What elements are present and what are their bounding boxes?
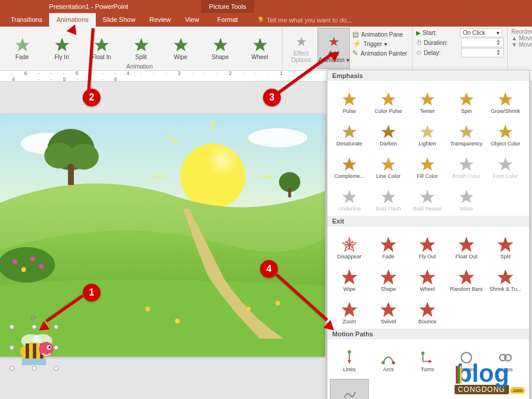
gallery-group-label: Animation <box>0 63 279 70</box>
emphasis-item[interactable]: Fill Color <box>408 148 447 181</box>
resize-handle[interactable] <box>32 325 37 329</box>
trigger-button[interactable]: ⚡Trigger ▾ <box>352 40 407 48</box>
svg-point-25 <box>21 267 26 272</box>
emphasis-item[interactable]: Spin <box>447 83 486 116</box>
emphasis-item[interactable]: Transparency <box>447 116 486 148</box>
resize-handle[interactable] <box>54 325 59 329</box>
svg-marker-3 <box>134 38 148 51</box>
emphasis-star-icon <box>458 156 475 173</box>
move-later: ▼ Move La <box>511 41 532 48</box>
emphasis-star-icon <box>497 91 514 108</box>
exit-item[interactable]: Wipe <box>330 261 369 294</box>
exit-item[interactable]: Split <box>486 229 525 261</box>
duration-icon: ⏱ <box>416 40 422 46</box>
svg-point-39 <box>48 346 51 349</box>
animation-pane-button[interactable]: ▤Animation Pane <box>352 30 407 38</box>
svg-marker-74 <box>342 303 356 316</box>
motion-path-icon <box>341 349 358 366</box>
start-dropdown[interactable]: On Click▾ <box>460 28 502 37</box>
selected-bee-image[interactable]: ⟳ <box>12 327 56 368</box>
svg-marker-1 <box>55 38 69 51</box>
exit-item[interactable]: Shape <box>369 261 408 294</box>
svg-point-78 <box>348 351 351 353</box>
motion-paths-header: Motion Paths <box>327 329 529 339</box>
duration-input[interactable]: ▲▼ <box>461 38 504 47</box>
title-bar: Presentation1 - PowerPoint <box>0 0 532 13</box>
emphasis-item: Bold Flash <box>369 181 408 213</box>
motion-path-icon <box>380 349 397 366</box>
motion-path-item[interactable]: Arcs <box>369 342 408 374</box>
exit-item[interactable]: Disappear <box>330 229 369 261</box>
exit-item[interactable]: Bounce <box>408 294 447 326</box>
exit-item[interactable]: Random Bars <box>447 261 486 294</box>
tab-transitions[interactable]: Transitions <box>4 13 49 27</box>
exit-item[interactable]: Wheel <box>408 261 447 294</box>
emphasis-item[interactable]: Color Pulse <box>369 83 408 116</box>
svg-rect-19 <box>68 164 74 185</box>
tab-format[interactable]: Format <box>201 13 254 27</box>
tab-slideshow[interactable]: Slide Show <box>96 13 142 27</box>
emphasis-item[interactable]: Object Color <box>486 116 525 148</box>
svg-marker-43 <box>420 92 434 106</box>
emphasis-item[interactable]: Pulse <box>330 83 369 116</box>
svg-marker-83 <box>429 359 432 364</box>
resize-handle[interactable] <box>54 345 59 350</box>
emphasis-item[interactable]: Darken <box>369 116 408 148</box>
emphasis-item: Wave <box>447 181 486 213</box>
emphasis-star-icon <box>341 91 358 108</box>
custom-path-item[interactable]: Custom Path <box>330 379 369 399</box>
resize-handle[interactable] <box>54 366 59 371</box>
timing-group: ▶Start:On Click▾ ⏱Duration:▲▼ ⏲Delay:▲▼ <box>413 27 508 70</box>
svg-marker-6 <box>253 38 267 51</box>
motion-path-item[interactable]: Turns <box>408 342 447 374</box>
play-icon: ▶ <box>416 30 421 36</box>
svg-marker-47 <box>381 125 395 138</box>
exit-item[interactable]: Swivel <box>369 294 408 326</box>
exit-item[interactable]: Float Out <box>447 229 486 261</box>
emphasis-item[interactable]: Desaturate <box>330 116 369 148</box>
emphasis-item[interactable]: Lighten <box>408 116 447 148</box>
callout-4: 4 <box>260 260 278 278</box>
motion-path-item[interactable]: Lines <box>330 342 369 374</box>
move-earlier: ▲ Move Ea <box>511 35 532 41</box>
emphasis-item[interactable]: Teeter <box>408 83 447 116</box>
exit-item[interactable]: Fly Out <box>408 229 447 261</box>
callout-1: 1 <box>83 284 100 301</box>
exit-item[interactable]: Zoom <box>330 294 369 326</box>
emphasis-item: Font Color <box>486 148 525 181</box>
exit-item[interactable]: Shrink & Tu... <box>486 261 525 294</box>
exit-item[interactable]: Fade <box>369 229 408 261</box>
svg-point-29 <box>246 307 251 312</box>
exit-star-icon <box>419 301 436 318</box>
exit-star-icon <box>497 236 514 253</box>
delay-input[interactable]: ▲▼ <box>461 48 504 57</box>
emphasis-item[interactable]: Line Color <box>369 148 408 181</box>
tell-me-search[interactable]: Tell me what you want to do... <box>257 17 352 24</box>
watermark: blog CONGDONG.com <box>455 364 525 394</box>
tab-review[interactable]: Review <box>142 13 178 27</box>
svg-point-28 <box>175 319 180 323</box>
emphasis-item[interactable]: Grow/Shrink <box>486 83 525 116</box>
emphasis-item[interactable]: Compleme... <box>330 148 369 181</box>
emphasis-star-icon <box>341 156 358 173</box>
resize-handle[interactable] <box>9 345 14 350</box>
emphasis-star-icon <box>497 124 514 140</box>
resize-handle[interactable] <box>9 366 14 371</box>
svg-marker-72 <box>459 270 473 284</box>
resize-handle[interactable] <box>9 325 14 329</box>
watermark-com: .com <box>510 387 525 394</box>
ribbon: Fade Fly In Float In Split Wipe Shape Wh… <box>0 27 532 71</box>
emphasis-star-icon <box>458 124 475 140</box>
resize-handle[interactable] <box>32 366 37 371</box>
svg-point-37 <box>39 342 53 356</box>
emphasis-star-icon <box>419 91 436 108</box>
animation-painter-button[interactable]: ✎Animation Painter <box>352 49 407 57</box>
entrance-star-icon <box>134 37 149 53</box>
bee-graphic <box>12 327 56 366</box>
svg-marker-45 <box>498 92 512 106</box>
svg-marker-56 <box>342 190 356 203</box>
svg-marker-55 <box>498 157 512 171</box>
rotation-handle[interactable]: ⟳ <box>31 314 37 322</box>
emphasis-item: Bold Reveal <box>408 181 447 213</box>
svg-marker-65 <box>381 238 395 251</box>
